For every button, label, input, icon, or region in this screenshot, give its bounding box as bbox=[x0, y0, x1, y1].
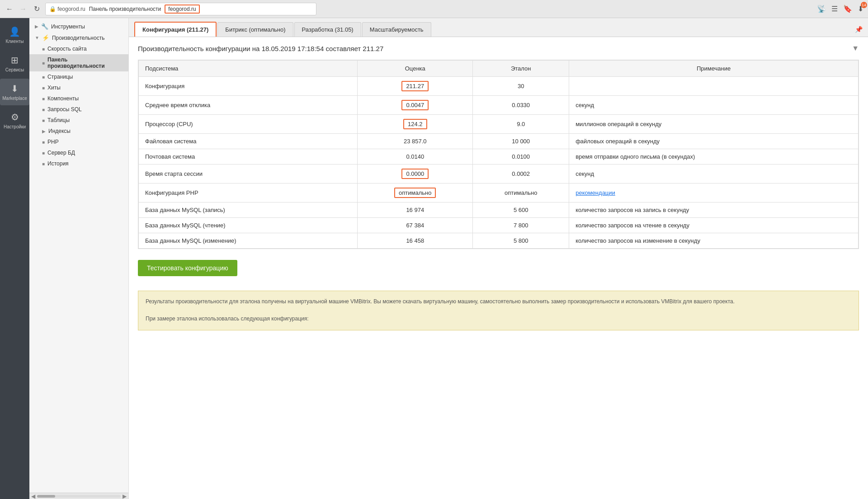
cell-subsystem: Почтовая система bbox=[139, 149, 358, 165]
nav-label-pages: Страницы bbox=[47, 74, 73, 80]
download-badge[interactable]: ⬇ 14 bbox=[858, 5, 863, 13]
tools-icon: 🔧 bbox=[41, 23, 48, 30]
refresh-button[interactable]: ↻ bbox=[32, 4, 42, 14]
nav-item-tools[interactable]: ▶ 🔧 Инструменты bbox=[29, 21, 128, 32]
nav-scrollbar[interactable]: ◀ ▶ bbox=[29, 493, 128, 499]
col-header-standard: Эталон bbox=[473, 61, 569, 77]
download-count: 14 bbox=[861, 2, 867, 8]
page-body: Производительность конфигурации на 18.05… bbox=[129, 37, 868, 338]
test-config-label: Тестировать конфигурацию bbox=[147, 264, 228, 272]
cell-subsystem: Конфигурация PHP bbox=[139, 184, 358, 202]
scroll-thumb bbox=[37, 495, 55, 498]
tabs-bar: Конфигурация (211.27) Битрикс (оптимальн… bbox=[129, 18, 868, 37]
sidebar-item-settings[interactable]: ⚙ Настройки bbox=[0, 107, 29, 134]
score-value-highlighted: оптимально bbox=[394, 188, 436, 198]
nav-item-panel[interactable]: ■ Панель производительности bbox=[29, 54, 128, 71]
bookmark-icon[interactable]: 🔖 bbox=[843, 5, 852, 13]
cell-score: оптимально bbox=[358, 184, 473, 202]
cell-standard: оптимально bbox=[473, 184, 569, 202]
cell-standard: 0.0100 bbox=[473, 149, 569, 165]
cell-note: количество запросов на чтение в секунду bbox=[569, 218, 859, 233]
nav-label-tools: Инструменты bbox=[51, 24, 85, 30]
bullet-hits: ■ bbox=[42, 85, 45, 90]
table-row: Время старта сессии0.00000.0002секунд bbox=[139, 165, 859, 184]
cell-score: 211.27 bbox=[358, 77, 473, 96]
bullet-php: ■ bbox=[42, 140, 45, 145]
cell-note: количество запросов на изменение в секун… bbox=[569, 233, 859, 249]
tab-dev[interactable]: Разработка (31.05) bbox=[294, 22, 361, 37]
cell-subsystem: База данных MySQL (изменение) bbox=[139, 233, 358, 249]
cell-subsystem: Файловая система bbox=[139, 134, 358, 149]
nav-label-tables: Таблицы bbox=[47, 117, 70, 123]
nav-item-components[interactable]: ■ Компоненты bbox=[29, 93, 128, 104]
table-row: Файловая система23 857.010 000файловых о… bbox=[139, 134, 859, 149]
cell-standard: 9.0 bbox=[473, 115, 569, 134]
collapse-icon[interactable]: ▼ bbox=[852, 44, 859, 52]
bullet-pages: ■ bbox=[42, 75, 45, 80]
cell-note: рекомендации bbox=[569, 184, 859, 202]
nav-label-components: Компоненты bbox=[47, 95, 79, 102]
nav-label-sql: Запросы SQL bbox=[47, 106, 82, 113]
info-box: Результаты производительности для эталон… bbox=[138, 291, 859, 330]
scroll-left-btn[interactable]: ◀ bbox=[31, 493, 35, 499]
nav-item-pages[interactable]: ■ Страницы bbox=[29, 71, 128, 82]
sidebar-item-marketplace[interactable]: ⬇ Marketplace bbox=[0, 79, 29, 105]
sidebar: 👤 Клиенты ⊞ Сервисы ⬇ Marketplace ⚙ Наст… bbox=[0, 18, 29, 499]
cell-score: 16 974 bbox=[358, 202, 473, 218]
nav-item-site-speed[interactable]: ■ Скорость сайта bbox=[29, 43, 128, 54]
test-config-button[interactable]: Тестировать конфигурацию bbox=[138, 260, 237, 276]
cell-subsystem: База данных MySQL (чтение) bbox=[139, 218, 358, 233]
address-domain: 🔒 feogorod.ru bbox=[49, 6, 85, 12]
nav-item-indexes[interactable]: ▶ Индексы bbox=[29, 126, 128, 137]
cell-note: файловых операций в секунду bbox=[569, 134, 859, 149]
cell-subsystem: Время старта сессии bbox=[139, 165, 358, 184]
table-row: Конфигурация PHPоптимальнооптимальнореко… bbox=[139, 184, 859, 202]
nav-label-db-server: Сервер БД bbox=[47, 150, 75, 156]
cell-note: время отправки одного письма (в секундах… bbox=[569, 149, 859, 165]
content-area: ▶ 🔧 Инструменты ▼ ⚡ Производительность ■… bbox=[29, 18, 868, 499]
arrow-icon-tools: ▶ bbox=[35, 24, 38, 29]
nav-item-hits[interactable]: ■ Хиты bbox=[29, 82, 128, 93]
col-header-score: Оценка bbox=[358, 61, 473, 77]
table-row: Конфигурация211.2730 bbox=[139, 77, 859, 96]
tab-scale[interactable]: Масштабируемость bbox=[362, 22, 431, 37]
table-row: Процессор (CPU)124.29.0миллионов операци… bbox=[139, 115, 859, 134]
clients-icon: 👤 bbox=[9, 26, 20, 37]
info-text-2: При замере эталона использовалась следую… bbox=[146, 315, 851, 323]
nav-label-hits: Хиты bbox=[47, 85, 61, 91]
browser-toolbar: ← → ↻ 🔒 feogorod.ru Панель производитель… bbox=[0, 0, 868, 18]
scroll-right-btn[interactable]: ▶ bbox=[123, 493, 127, 499]
nav-item-php[interactable]: ■ PHP bbox=[29, 137, 128, 147]
grid-icon[interactable]: ☰ bbox=[831, 5, 838, 13]
bullet-sql: ■ bbox=[42, 107, 45, 112]
cell-standard: 0.0330 bbox=[473, 96, 569, 115]
sidebar-label-services: Сервисы bbox=[5, 67, 24, 72]
nav-item-performance[interactable]: ▼ ⚡ Производительность bbox=[29, 32, 128, 43]
nav-item-history[interactable]: ■ История bbox=[29, 158, 128, 169]
bullet-site-speed: ■ bbox=[42, 47, 45, 52]
score-value-highlighted: 211.27 bbox=[401, 81, 429, 91]
nav-label-php: PHP bbox=[47, 139, 59, 145]
recommendations-link[interactable]: рекомендации bbox=[576, 189, 615, 196]
pin-icon[interactable]: 📌 bbox=[855, 26, 863, 33]
nav-item-db-server[interactable]: ■ Сервер БД bbox=[29, 147, 128, 158]
scroll-track bbox=[37, 495, 121, 498]
bullet-components: ■ bbox=[42, 96, 45, 101]
cell-score: 16 458 bbox=[358, 233, 473, 249]
forward-button[interactable]: → bbox=[18, 4, 28, 14]
sidebar-item-clients[interactable]: 👤 Клиенты bbox=[0, 22, 29, 48]
tab-config[interactable]: Конфигурация (211.27) bbox=[134, 22, 217, 37]
tab-dev-label: Разработка (31.05) bbox=[302, 26, 354, 33]
cell-subsystem: Среднее время отклика bbox=[139, 96, 358, 115]
nav-item-tables[interactable]: ■ Таблицы bbox=[29, 115, 128, 126]
cast-icon[interactable]: 📡 bbox=[817, 5, 826, 13]
table-row: База данных MySQL (чтение)67 3847 800кол… bbox=[139, 218, 859, 233]
marketplace-icon: ⬇ bbox=[11, 83, 19, 94]
back-button[interactable]: ← bbox=[5, 4, 14, 14]
bullet-panel: ■ bbox=[42, 61, 45, 66]
cell-score: 124.2 bbox=[358, 115, 473, 134]
sidebar-item-services[interactable]: ⊞ Сервисы bbox=[0, 50, 29, 77]
nav-item-sql[interactable]: ■ Запросы SQL bbox=[29, 104, 128, 115]
cell-subsystem: Процессор (CPU) bbox=[139, 115, 358, 134]
tab-bitrix[interactable]: Битрикс (оптимально) bbox=[217, 22, 293, 37]
